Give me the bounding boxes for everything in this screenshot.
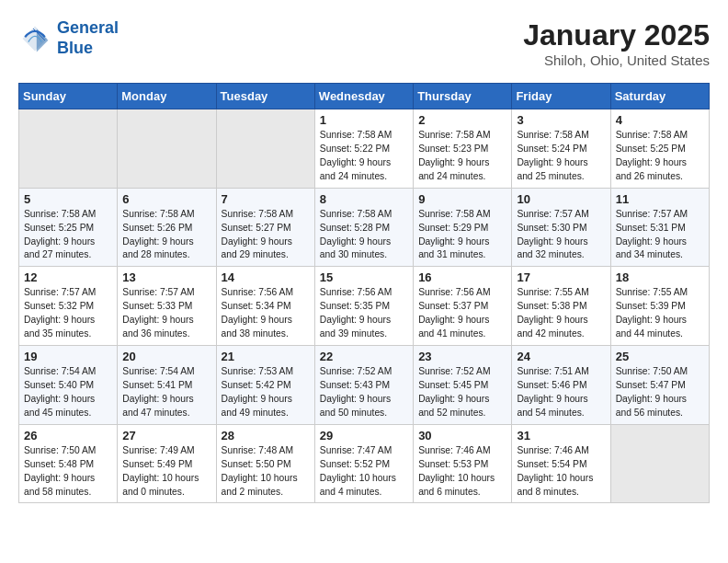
calendar-table: SundayMondayTuesdayWednesdayThursdayFrid… <box>18 83 710 503</box>
calendar-cell: 13Sunrise: 7:57 AM Sunset: 5:33 PM Dayli… <box>118 267 216 346</box>
day-info: Sunrise: 7:49 AM Sunset: 5:49 PM Dayligh… <box>122 444 210 500</box>
calendar-cell: 7Sunrise: 7:58 AM Sunset: 5:27 PM Daylig… <box>216 188 314 267</box>
calendar-cell <box>118 109 216 189</box>
calendar-cell: 22Sunrise: 7:52 AM Sunset: 5:43 PM Dayli… <box>314 346 413 425</box>
weekday-header-sunday: Sunday <box>19 84 118 109</box>
calendar-cell: 16Sunrise: 7:56 AM Sunset: 5:37 PM Dayli… <box>414 267 512 346</box>
day-info: Sunrise: 7:52 AM Sunset: 5:43 PM Dayligh… <box>320 365 408 420</box>
calendar-cell: 15Sunrise: 7:56 AM Sunset: 5:35 PM Dayli… <box>314 267 413 346</box>
day-number: 28 <box>222 429 310 442</box>
day-info: Sunrise: 7:46 AM Sunset: 5:54 PM Dayligh… <box>517 444 605 500</box>
day-number: 16 <box>418 270 506 284</box>
day-info: Sunrise: 7:58 AM Sunset: 5:28 PM Dayligh… <box>320 208 408 263</box>
page-header: General Blue January 2025 Shiloh, Ohio, … <box>18 18 710 68</box>
calendar-week-2: 5Sunrise: 7:58 AM Sunset: 5:25 PM Daylig… <box>19 188 710 267</box>
calendar-week-1: 1Sunrise: 7:58 AM Sunset: 5:22 PM Daylig… <box>19 109 710 189</box>
day-info: Sunrise: 7:47 AM Sunset: 5:52 PM Dayligh… <box>320 444 408 500</box>
calendar-cell: 8Sunrise: 7:58 AM Sunset: 5:28 PM Daylig… <box>314 188 413 267</box>
day-number: 7 <box>222 192 310 206</box>
day-number: 6 <box>122 192 210 206</box>
day-number: 20 <box>122 350 210 363</box>
calendar-cell: 19Sunrise: 7:54 AM Sunset: 5:40 PM Dayli… <box>19 346 118 425</box>
day-info: Sunrise: 7:57 AM Sunset: 5:30 PM Dayligh… <box>517 208 605 263</box>
day-info: Sunrise: 7:51 AM Sunset: 5:46 PM Dayligh… <box>517 365 605 420</box>
calendar-cell: 24Sunrise: 7:51 AM Sunset: 5:46 PM Dayli… <box>512 346 610 425</box>
day-number: 24 <box>517 350 605 363</box>
day-info: Sunrise: 7:50 AM Sunset: 5:48 PM Dayligh… <box>24 444 112 500</box>
calendar-cell: 20Sunrise: 7:54 AM Sunset: 5:41 PM Dayli… <box>118 346 216 425</box>
day-info: Sunrise: 7:56 AM Sunset: 5:37 PM Dayligh… <box>418 286 506 341</box>
calendar-cell: 4Sunrise: 7:58 AM Sunset: 5:25 PM Daylig… <box>610 109 709 189</box>
calendar-cell: 5Sunrise: 7:58 AM Sunset: 5:25 PM Daylig… <box>19 188 118 267</box>
calendar-cell <box>19 109 118 189</box>
day-info: Sunrise: 7:56 AM Sunset: 5:35 PM Dayligh… <box>320 286 408 341</box>
calendar-cell: 27Sunrise: 7:49 AM Sunset: 5:49 PM Dayli… <box>118 424 216 503</box>
day-number: 2 <box>418 113 506 127</box>
day-number: 12 <box>24 270 112 284</box>
calendar-cell: 18Sunrise: 7:55 AM Sunset: 5:39 PM Dayli… <box>610 267 709 346</box>
calendar-cell: 2Sunrise: 7:58 AM Sunset: 5:23 PM Daylig… <box>414 109 512 189</box>
title-block: January 2025 Shiloh, Ohio, United States <box>523 18 710 68</box>
calendar-cell: 21Sunrise: 7:53 AM Sunset: 5:42 PM Dayli… <box>216 346 314 425</box>
day-info: Sunrise: 7:58 AM Sunset: 5:27 PM Dayligh… <box>222 208 310 263</box>
calendar-week-4: 19Sunrise: 7:54 AM Sunset: 5:40 PM Dayli… <box>19 346 710 425</box>
calendar-cell: 17Sunrise: 7:55 AM Sunset: 5:38 PM Dayli… <box>512 267 610 346</box>
day-info: Sunrise: 7:57 AM Sunset: 5:32 PM Dayligh… <box>24 286 112 341</box>
day-number: 15 <box>320 270 408 284</box>
day-number: 19 <box>24 350 112 363</box>
calendar-cell: 3Sunrise: 7:58 AM Sunset: 5:24 PM Daylig… <box>512 109 610 189</box>
day-info: Sunrise: 7:58 AM Sunset: 5:26 PM Dayligh… <box>122 208 210 263</box>
day-info: Sunrise: 7:58 AM Sunset: 5:25 PM Dayligh… <box>616 129 704 184</box>
calendar-cell: 11Sunrise: 7:57 AM Sunset: 5:31 PM Dayli… <box>610 188 709 267</box>
day-number: 8 <box>320 192 408 206</box>
day-info: Sunrise: 7:55 AM Sunset: 5:38 PM Dayligh… <box>517 286 605 341</box>
day-number: 4 <box>616 113 704 127</box>
weekday-header-row: SundayMondayTuesdayWednesdayThursdayFrid… <box>19 84 710 109</box>
weekday-header-friday: Friday <box>512 84 610 109</box>
calendar-cell: 1Sunrise: 7:58 AM Sunset: 5:22 PM Daylig… <box>314 109 413 189</box>
calendar-cell: 30Sunrise: 7:46 AM Sunset: 5:53 PM Dayli… <box>414 424 512 503</box>
calendar-cell <box>216 109 314 189</box>
day-number: 26 <box>24 429 112 442</box>
day-number: 21 <box>222 350 310 363</box>
weekday-header-saturday: Saturday <box>610 84 709 109</box>
calendar-cell: 25Sunrise: 7:50 AM Sunset: 5:47 PM Dayli… <box>610 346 709 425</box>
day-info: Sunrise: 7:48 AM Sunset: 5:50 PM Dayligh… <box>222 444 310 500</box>
day-number: 17 <box>517 270 605 284</box>
day-number: 22 <box>320 350 408 363</box>
day-info: Sunrise: 7:50 AM Sunset: 5:47 PM Dayligh… <box>616 365 704 420</box>
day-number: 14 <box>222 270 310 284</box>
day-info: Sunrise: 7:58 AM Sunset: 5:23 PM Dayligh… <box>418 129 506 184</box>
calendar-cell: 9Sunrise: 7:58 AM Sunset: 5:29 PM Daylig… <box>414 188 512 267</box>
day-info: Sunrise: 7:57 AM Sunset: 5:33 PM Dayligh… <box>122 286 210 341</box>
day-number: 25 <box>616 350 704 363</box>
day-info: Sunrise: 7:52 AM Sunset: 5:45 PM Dayligh… <box>418 365 506 420</box>
day-info: Sunrise: 7:58 AM Sunset: 5:22 PM Dayligh… <box>320 129 408 184</box>
day-info: Sunrise: 7:57 AM Sunset: 5:31 PM Dayligh… <box>616 208 704 263</box>
day-info: Sunrise: 7:58 AM Sunset: 5:24 PM Dayligh… <box>517 129 605 184</box>
day-number: 23 <box>418 350 506 363</box>
logo-text: General Blue <box>57 18 119 58</box>
calendar-cell: 29Sunrise: 7:47 AM Sunset: 5:52 PM Dayli… <box>314 424 413 503</box>
day-info: Sunrise: 7:53 AM Sunset: 5:42 PM Dayligh… <box>222 365 310 420</box>
calendar-cell: 28Sunrise: 7:48 AM Sunset: 5:50 PM Dayli… <box>216 424 314 503</box>
calendar-cell: 23Sunrise: 7:52 AM Sunset: 5:45 PM Dayli… <box>414 346 512 425</box>
weekday-header-monday: Monday <box>118 84 216 109</box>
day-info: Sunrise: 7:56 AM Sunset: 5:34 PM Dayligh… <box>222 286 310 341</box>
day-number: 5 <box>24 192 112 206</box>
day-info: Sunrise: 7:58 AM Sunset: 5:25 PM Dayligh… <box>24 208 112 263</box>
day-info: Sunrise: 7:46 AM Sunset: 5:53 PM Dayligh… <box>418 444 506 500</box>
day-number: 31 <box>517 429 605 442</box>
calendar-cell: 10Sunrise: 7:57 AM Sunset: 5:30 PM Dayli… <box>512 188 610 267</box>
day-number: 27 <box>122 429 210 442</box>
day-number: 10 <box>517 192 605 206</box>
weekday-header-wednesday: Wednesday <box>314 84 413 109</box>
weekday-header-tuesday: Tuesday <box>216 84 314 109</box>
calendar-cell: 26Sunrise: 7:50 AM Sunset: 5:48 PM Dayli… <box>19 424 118 503</box>
day-info: Sunrise: 7:54 AM Sunset: 5:40 PM Dayligh… <box>24 365 112 420</box>
day-number: 30 <box>418 429 506 442</box>
weekday-header-thursday: Thursday <box>414 84 512 109</box>
day-info: Sunrise: 7:54 AM Sunset: 5:41 PM Dayligh… <box>122 365 210 420</box>
calendar-cell: 12Sunrise: 7:57 AM Sunset: 5:32 PM Dayli… <box>19 267 118 346</box>
calendar-cell: 6Sunrise: 7:58 AM Sunset: 5:26 PM Daylig… <box>118 188 216 267</box>
